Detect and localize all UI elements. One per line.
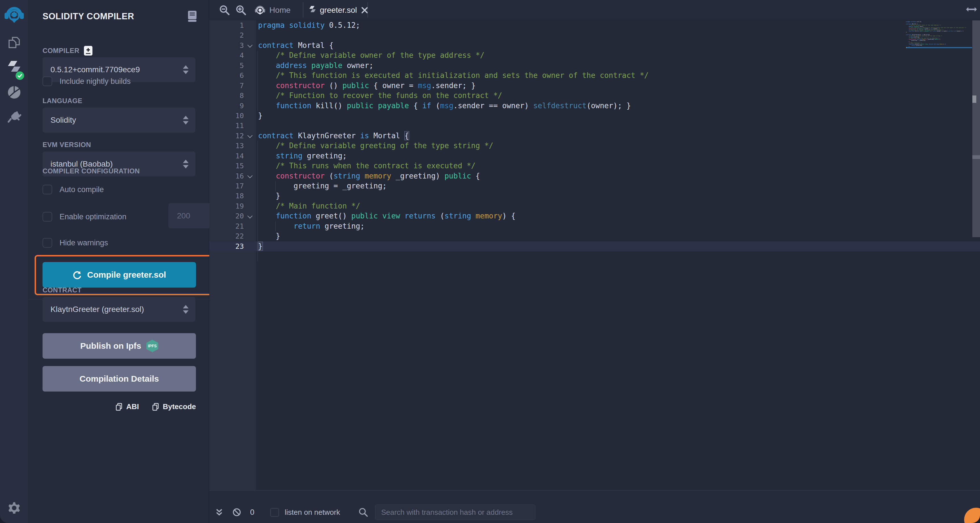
code-line[interactable]: 16 constructor (string memory _greeting)… xyxy=(209,171,980,181)
line-number[interactable]: 2 xyxy=(209,30,244,40)
publish-ipfs-button[interactable]: Publish on Ipfs IPFS xyxy=(43,333,196,359)
code-line[interactable]: 4 /* Define variable owner of the type a… xyxy=(209,51,980,60)
expand-terminal-icon[interactable] xyxy=(215,507,224,517)
code-line[interactable]: 5 address payable owner; xyxy=(209,61,980,71)
line-number[interactable]: 22 xyxy=(209,231,244,241)
listen-network-checkbox[interactable] xyxy=(270,508,279,517)
line-number[interactable]: 7 xyxy=(209,81,244,91)
line-number[interactable]: 20 xyxy=(209,211,244,221)
line-number[interactable]: 17 xyxy=(209,181,244,191)
panel-title: SOLIDITY COMPILER xyxy=(43,11,134,22)
fold-chevron-icon[interactable] xyxy=(244,131,256,141)
terminal-search-input[interactable] xyxy=(375,505,535,520)
line-number[interactable]: 19 xyxy=(209,201,244,211)
code-line[interactable]: 3contract Mortal { xyxy=(209,41,980,51)
plugin-manager-icon[interactable] xyxy=(0,109,28,125)
line-number[interactable]: 23 xyxy=(209,241,244,251)
auto-compile-label: Auto compile xyxy=(60,185,104,194)
line-number[interactable]: 18 xyxy=(209,191,244,201)
code-line[interactable]: 15 /* This runs when the contract is exe… xyxy=(209,161,980,171)
code-line[interactable]: 23} xyxy=(209,241,980,251)
scrollbar-thumb[interactable] xyxy=(972,95,976,103)
fold-spacer xyxy=(244,161,256,171)
fold-chevron-icon[interactable] xyxy=(244,41,256,51)
code-line[interactable]: 19 /* Main function */ xyxy=(209,201,980,211)
tab-greeter-sol[interactable]: greeter.sol xyxy=(309,0,368,20)
code-line[interactable]: 10} xyxy=(209,111,980,121)
line-number[interactable]: 16 xyxy=(209,171,244,181)
line-number[interactable]: 9 xyxy=(209,101,244,111)
compile-button[interactable]: Compile greeter.sol xyxy=(43,262,196,288)
nightly-builds-checkrow[interactable]: Include nightly builds xyxy=(43,72,131,91)
documentation-book-icon[interactable] xyxy=(188,11,197,22)
code-line[interactable]: 2 xyxy=(209,30,980,40)
fold-chevron-icon[interactable] xyxy=(244,211,256,221)
line-number[interactable]: 4 xyxy=(209,51,244,60)
code-text: constructor () public { owner = msg.send… xyxy=(256,81,476,91)
file-explorer-icon[interactable] xyxy=(0,35,28,51)
editor-scrollbar[interactable] xyxy=(972,21,980,237)
contract-select[interactable]: KlaytnGreeter (greeter.sol) xyxy=(43,297,196,322)
code-line[interactable]: 14 string greeting; xyxy=(209,151,980,161)
code-line[interactable]: 6 /* This function is executed at initia… xyxy=(209,71,980,81)
enable-optimization-checkrow[interactable]: Enable optimization xyxy=(43,208,126,226)
code-line[interactable]: 18 } xyxy=(209,191,980,201)
hide-warnings-checkbox[interactable] xyxy=(43,238,52,247)
hide-warnings-checkrow[interactable]: Hide warnings xyxy=(43,233,108,252)
clear-console-icon[interactable] xyxy=(232,507,242,517)
zoom-out-icon[interactable] xyxy=(218,4,231,16)
code-editor[interactable]: 1pragma solidity 0.5.12;23contract Morta… xyxy=(209,20,980,490)
line-number[interactable]: 8 xyxy=(209,91,244,101)
nightly-builds-checkbox[interactable] xyxy=(43,76,52,86)
code-line[interactable]: 12contract KlaytnGreeter is Mortal { xyxy=(209,131,980,141)
publish-ipfs-label: Publish on Ipfs xyxy=(80,341,141,351)
line-number[interactable]: 15 xyxy=(209,161,244,171)
code-lines: 1pragma solidity 0.5.12;23contract Morta… xyxy=(209,21,980,251)
minimap[interactable]: pragma solidity 0.5.12;contract Mortal {… xyxy=(906,20,972,490)
code-line[interactable]: 17 greeting = _greeting; xyxy=(209,181,980,191)
code-line[interactable]: 13 /* Define variable greeting of the ty… xyxy=(209,141,980,151)
fold-spacer xyxy=(244,181,256,191)
select-arrows-icon xyxy=(183,116,189,125)
line-number[interactable]: 5 xyxy=(209,61,244,71)
line-number[interactable]: 14 xyxy=(209,151,244,161)
tab-home[interactable]: Home xyxy=(255,0,291,20)
code-line[interactable]: 22 } xyxy=(209,231,980,241)
code-text: greeting = _greeting; xyxy=(256,181,387,191)
enable-optimization-checkbox[interactable] xyxy=(43,212,52,222)
auto-compile-checkbox[interactable] xyxy=(43,185,52,194)
klaytn-ide-logo-icon[interactable] xyxy=(0,5,28,25)
auto-compile-checkrow[interactable]: Auto compile xyxy=(43,180,104,199)
code-line[interactable]: 21 return greeting; xyxy=(209,221,980,231)
minimap-lines: pragma solidity 0.5.12;contract Mortal {… xyxy=(906,20,972,48)
resize-panels-icon[interactable] xyxy=(966,5,977,14)
code-line[interactable]: 11 xyxy=(209,121,980,131)
line-number[interactable]: 1 xyxy=(209,21,244,30)
line-number[interactable]: 11 xyxy=(209,121,244,131)
code-line[interactable]: 20 function greet() public view returns … xyxy=(209,211,980,221)
code-line[interactable]: 7 constructor () public { owner = msg.se… xyxy=(209,81,980,91)
code-line[interactable]: 1pragma solidity 0.5.12; xyxy=(209,21,980,30)
deploy-run-icon[interactable] xyxy=(0,85,28,100)
compilation-details-button[interactable]: Compilation Details xyxy=(43,366,196,391)
line-number[interactable]: 12 xyxy=(209,131,244,141)
fold-spacer xyxy=(244,191,256,201)
close-tab-icon[interactable] xyxy=(361,6,368,14)
language-select[interactable]: Solidity xyxy=(43,108,196,133)
line-number[interactable]: 3 xyxy=(209,41,244,51)
line-number[interactable]: 13 xyxy=(209,141,244,151)
add-compiler-icon[interactable] xyxy=(84,46,92,55)
line-number[interactable]: 10 xyxy=(209,111,244,121)
line-number[interactable]: 21 xyxy=(209,221,244,231)
zoom-in-icon[interactable] xyxy=(235,4,247,16)
fold-chevron-icon[interactable] xyxy=(244,171,256,181)
code-line[interactable]: 8 /* Function to recover the funds on th… xyxy=(209,91,980,101)
settings-gear-icon[interactable] xyxy=(0,500,28,516)
line-number[interactable]: 6 xyxy=(209,71,244,81)
solidity-compiler-icon[interactable] xyxy=(0,60,28,78)
code-line[interactable]: 9 function kill() public payable { if (m… xyxy=(209,101,980,111)
copy-bytecode-button[interactable]: Bytecode xyxy=(152,402,196,411)
editor-tabbar: Home greeter.sol xyxy=(209,0,980,20)
copy-abi-button[interactable]: ABI xyxy=(115,402,139,411)
code-text: } xyxy=(256,231,280,241)
